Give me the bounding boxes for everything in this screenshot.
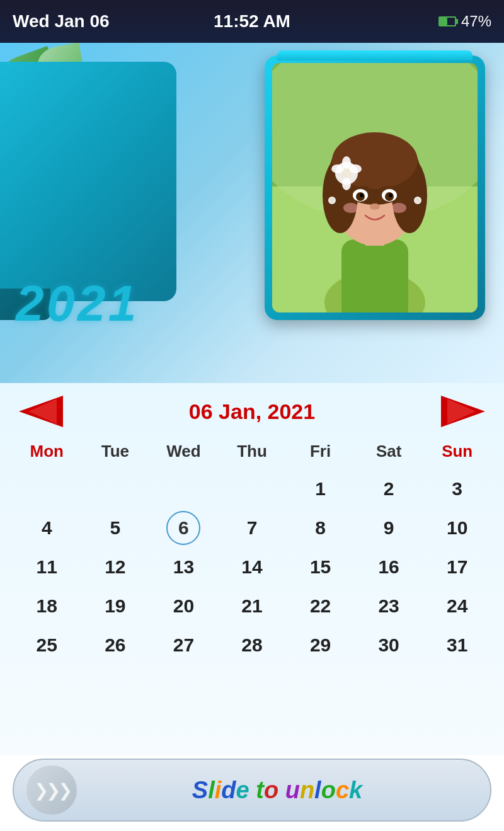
slide-k: k [349,777,362,803]
status-time: 11:52 AM [214,11,290,32]
slide-t: t [256,777,264,803]
svg-marker-33 [447,399,476,424]
photo-frame [265,55,485,320]
svg-point-23 [349,164,362,173]
ribbon-decoration [0,62,176,301]
day-header-tue: Tue [81,437,150,466]
chevrons-icon: ❯❯❯ [34,780,70,801]
year-digit-2b: 2 [77,275,106,333]
slide-d: d [221,777,236,803]
slide-space1 [249,777,256,803]
day-header-thu: Thu [218,437,287,466]
svg-point-27 [329,198,335,203]
svg-point-18 [343,203,358,213]
cal-day-6-today[interactable]: 6 [149,508,218,547]
cal-day-1[interactable]: 1 [286,469,355,508]
slide-o: o [264,777,278,803]
day-header-sat: Sat [355,437,423,466]
cal-day-12[interactable]: 12 [81,547,150,587]
navigation-row: 06 Jan, 2021 [13,389,491,437]
year-digit-0: 0 [47,275,75,333]
battery-icon [438,16,456,26]
photo-frame-outer [265,55,485,320]
month-year-label: 06 Jan, 2021 [189,399,315,424]
top-section: 2 0 2 1 [0,43,504,383]
battery-percent: 47% [461,13,491,30]
day-header-sun: Sun [423,437,491,466]
svg-point-29 [415,198,420,203]
year-display: 2 0 2 1 [16,275,136,333]
cal-day-4[interactable]: 4 [13,508,81,547]
cal-day-16[interactable]: 16 [355,547,423,587]
cal-day-17[interactable]: 17 [423,547,491,587]
prev-month-button[interactable] [19,396,63,427]
cal-day-13[interactable]: 13 [149,547,218,587]
slide-s: S [192,777,208,803]
cal-day-10[interactable]: 10 [423,508,491,547]
cal-day-22[interactable]: 22 [286,587,355,626]
cal-empty-2 [81,469,150,508]
slider-handle[interactable]: ❯❯❯ [26,765,77,815]
svg-point-25 [342,178,351,190]
cal-day-8[interactable]: 8 [286,508,355,547]
cal-day-9[interactable]: 9 [355,508,423,547]
calendar-section: 06 Jan, 2021 Mon Tue Wed Thu Fri Sat Sun [0,383,504,755]
year-digit-2a: 2 [16,275,44,333]
photo-inner [272,63,478,312]
slide-l2: l [314,777,321,803]
next-month-button[interactable] [441,396,485,427]
cal-day-23[interactable]: 23 [355,587,423,626]
battery-fill [440,18,447,25]
svg-rect-4 [341,239,408,312]
cal-day-11[interactable]: 11 [13,547,81,587]
svg-point-17 [370,203,380,210]
slide-text: Slide to unlock [77,777,478,804]
calendar-grid: 1 2 3 4 5 6 7 8 9 10 11 12 13 14 15 16 1… [13,469,491,665]
cal-day-20[interactable]: 20 [149,587,218,626]
cal-day-5[interactable]: 5 [81,508,150,547]
cal-day-18[interactable]: 18 [13,587,81,626]
cal-day-30[interactable]: 30 [355,626,423,665]
status-date: Wed Jan 06 [13,11,110,32]
cal-day-27[interactable]: 27 [149,626,218,665]
cal-day-28[interactable]: 28 [218,626,287,665]
cal-day-3[interactable]: 3 [423,469,491,508]
cal-day-25[interactable]: 25 [13,626,81,665]
cal-day-29[interactable]: 29 [286,626,355,665]
slide-o2: o [321,777,336,803]
svg-point-19 [391,203,406,213]
svg-point-16 [389,193,392,197]
cal-day-15[interactable]: 15 [286,547,355,587]
slide-c: c [336,777,349,803]
slide-n: n [300,777,314,803]
day-header-mon: Mon [13,437,81,466]
cal-empty-3 [149,469,218,508]
photo-svg [272,63,478,312]
cal-day-26[interactable]: 26 [81,626,150,665]
cal-day-7[interactable]: 7 [218,508,287,547]
svg-point-24 [342,156,351,169]
day-headers: Mon Tue Wed Thu Fri Sat Sun [13,437,491,466]
battery-body [438,16,456,26]
slide-u: u [285,777,300,803]
year-digit-1: 1 [108,275,137,333]
cal-day-2[interactable]: 2 [355,469,423,508]
cal-day-24[interactable]: 24 [423,587,491,626]
cal-day-14[interactable]: 14 [218,547,287,587]
status-bar: Wed Jan 06 11:52 AM 47% [0,0,504,43]
svg-point-15 [360,193,364,197]
cal-day-21[interactable]: 21 [218,587,287,626]
day-header-fri: Fri [286,437,355,466]
slide-e: e [236,777,249,803]
slide-i: i [215,777,222,803]
slide-l: l [208,777,215,803]
cal-empty-4 [218,469,287,508]
day-header-wed: Wed [149,437,218,466]
app-area: 2 0 2 1 [0,43,504,831]
status-right: 47% [438,13,491,30]
svg-marker-31 [28,399,57,424]
cal-day-19[interactable]: 19 [81,587,150,626]
cal-empty-1 [13,469,81,508]
slide-to-unlock-bar[interactable]: ❯❯❯ Slide to unlock [13,759,491,822]
cal-day-31[interactable]: 31 [423,626,491,665]
